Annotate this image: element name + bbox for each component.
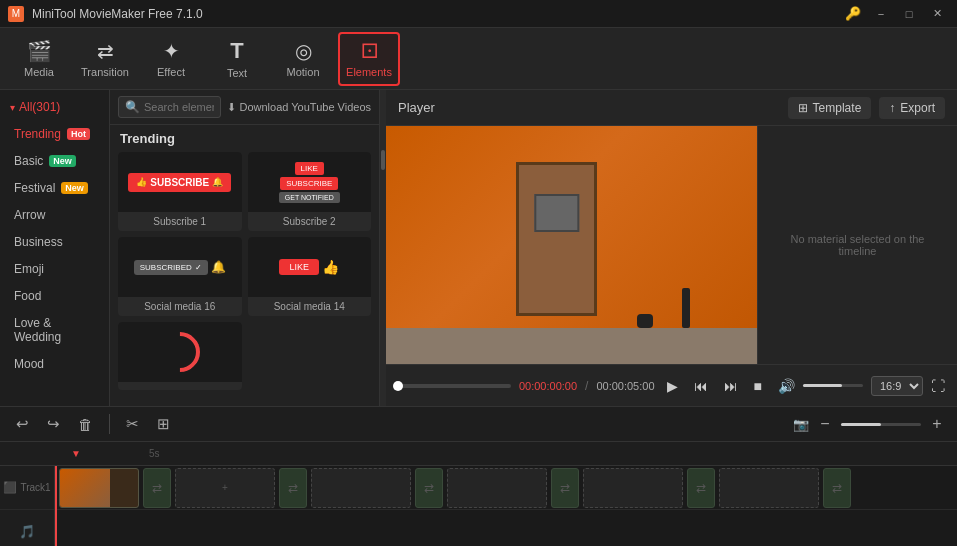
- sidebar-item-arrow[interactable]: Arrow: [4, 202, 105, 228]
- aspect-ratio-select[interactable]: 16:9: [871, 376, 923, 396]
- minimize-button[interactable]: −: [869, 6, 893, 22]
- timeline-marker-0: ▼: [71, 448, 81, 459]
- template-button[interactable]: ⊞ Template: [788, 97, 872, 119]
- toolbar-transition[interactable]: ⇄ Transition: [74, 32, 136, 86]
- timeline-content: ⬛ Track1 🎵 ⇄ + ⇄ ⇄ ⇄ ⇄: [0, 466, 957, 546]
- sidebar-business-label: Business: [14, 235, 63, 249]
- element-card-social14[interactable]: LIKE 👍 Social media 14: [248, 237, 372, 316]
- placeholder-clip-4[interactable]: [583, 468, 683, 508]
- trending-section-title: Trending: [110, 125, 379, 152]
- export-button[interactable]: ↑ Export: [879, 97, 945, 119]
- sidebar-item-trending[interactable]: Trending Hot: [4, 121, 105, 147]
- sidebar-item-love-wedding[interactable]: Love & Wedding: [4, 310, 105, 350]
- window-controls: − □ ✕: [869, 6, 949, 22]
- placeholder-clip-3[interactable]: [447, 468, 547, 508]
- element-card-subscribe2[interactable]: LIKE SUBSCRIBE GET NOTIFIED Subscribe 2: [248, 152, 372, 231]
- thumbs-up-icon: 👍: [136, 177, 147, 187]
- maximize-button[interactable]: □: [897, 6, 921, 22]
- toolbar-motion[interactable]: ◎ Motion: [272, 32, 334, 86]
- zoom-in-button[interactable]: +: [927, 414, 947, 434]
- next-frame-button[interactable]: ⏭: [720, 376, 742, 396]
- main-content: ▾ All(301) Trending Hot Basic New Festiv…: [0, 90, 957, 406]
- track-music-label: 🎵: [0, 510, 54, 546]
- search-input[interactable]: [144, 101, 214, 113]
- elements-grid: 👍 SUBSCRIBE 🔔 Subscribe 1 LIKE SUBSCRIBE…: [110, 152, 379, 398]
- play-button[interactable]: ▶: [663, 376, 682, 396]
- sub2-notify-btn: GET NOTIFIED: [279, 192, 340, 203]
- volume-slider[interactable]: [803, 384, 863, 387]
- toolbar-elements[interactable]: ⚀ Elements: [338, 32, 400, 86]
- text-icon: T: [230, 38, 243, 64]
- sidebar-all-label: All(301): [19, 100, 60, 114]
- transition-clip-2[interactable]: ⇄: [279, 468, 307, 508]
- transition-clip-5[interactable]: ⇄: [687, 468, 715, 508]
- dog-silhouette: [637, 314, 653, 328]
- scroll-thumb[interactable]: [381, 150, 385, 170]
- zoom-slider[interactable]: [841, 423, 921, 426]
- prev-frame-button[interactable]: ⏮: [690, 376, 712, 396]
- subscribe2-preview: LIKE SUBSCRIBE GET NOTIFIED: [248, 152, 372, 212]
- download-youtube-label: Download YouTube Videos: [240, 101, 372, 113]
- effect-icon: ✦: [163, 39, 180, 63]
- progress-bar[interactable]: [398, 384, 511, 388]
- notification-icon: 🔔: [211, 260, 226, 274]
- thumbsup14-icon: 👍: [322, 259, 339, 275]
- transition-clip-6[interactable]: ⇄: [823, 468, 851, 508]
- sub2-like-btn: LIKE: [295, 162, 324, 175]
- subscribe1-preview: 👍 SUBSCRIBE 🔔: [118, 152, 242, 212]
- sidebar-item-mood[interactable]: Mood: [4, 351, 105, 377]
- edit-toolbar: ↩ ↪ 🗑 ✂ ⊞ 📷 − +: [0, 406, 957, 442]
- sidebar-item-food[interactable]: Food: [4, 283, 105, 309]
- tracks-area[interactable]: ⇄ + ⇄ ⇄ ⇄ ⇄ ⇄: [55, 466, 957, 546]
- delete-button[interactable]: 🗑: [72, 414, 99, 435]
- playback-bar: 00:00:00:00 / 00:00:05:00 ▶ ⏮ ⏭ ■ 🔊 16:9…: [386, 364, 957, 406]
- timeline-header: ▼ 5s: [0, 442, 957, 466]
- like14-wrap: LIKE 👍: [279, 259, 339, 275]
- placeholder-clip-5[interactable]: [719, 468, 819, 508]
- sidebar-all-item[interactable]: ▾ All(301): [0, 94, 109, 120]
- sidebar-trending-label: Trending: [14, 127, 61, 141]
- track1-label: ⬛ Track1: [0, 466, 54, 510]
- partial-preview: [118, 322, 242, 382]
- cut-button[interactable]: ✂: [120, 413, 145, 435]
- timeline-marker-5s: 5s: [149, 448, 160, 459]
- element-card-partial[interactable]: [118, 322, 242, 390]
- track1-row: ⇄ + ⇄ ⇄ ⇄ ⇄ ⇄: [55, 466, 957, 510]
- fullscreen-button[interactable]: ⛶: [931, 378, 945, 394]
- element-card-subscribe1[interactable]: 👍 SUBSCRIBE 🔔 Subscribe 1: [118, 152, 242, 231]
- crop-button[interactable]: ⊞: [151, 413, 176, 435]
- music-row: [55, 510, 957, 546]
- sidebar-item-festival[interactable]: Festival New: [4, 175, 105, 201]
- volume-icon[interactable]: 🔊: [774, 376, 799, 396]
- video-clip[interactable]: [59, 468, 139, 508]
- video-clip-thumbnail: [60, 469, 110, 507]
- chevron-down-icon: ▾: [10, 102, 15, 113]
- door-window: [534, 194, 579, 231]
- toolbar-text[interactable]: T Text: [206, 32, 268, 86]
- volume-control: 🔊: [774, 376, 863, 396]
- download-youtube-button[interactable]: ⬇ Download YouTube Videos: [227, 101, 372, 114]
- sidebar-item-emoji[interactable]: Emoji: [4, 256, 105, 282]
- toolbar-media[interactable]: 🎬 Media: [8, 32, 70, 86]
- close-button[interactable]: ✕: [925, 6, 949, 22]
- redo-button[interactable]: ↪: [41, 413, 66, 435]
- transition-clip-1[interactable]: ⇄: [143, 468, 171, 508]
- text-label: Text: [227, 67, 247, 79]
- transition-clip-4[interactable]: ⇄: [551, 468, 579, 508]
- sidebar-item-basic[interactable]: Basic New: [4, 148, 105, 174]
- transition-clip-3[interactable]: ⇄: [415, 468, 443, 508]
- player-title: Player: [398, 100, 780, 115]
- sidebar-item-business[interactable]: Business: [4, 229, 105, 255]
- toolbar-effect[interactable]: ✦ Effect: [140, 32, 202, 86]
- media-label: Media: [24, 66, 54, 78]
- placeholder-clip-1[interactable]: +: [175, 468, 275, 508]
- template-label: Template: [813, 101, 862, 115]
- undo-button[interactable]: ↩: [10, 413, 35, 435]
- search-input-wrap[interactable]: 🔍: [118, 96, 221, 118]
- stop-button[interactable]: ■: [750, 376, 766, 396]
- curved-arrow-icon: [151, 324, 208, 381]
- sidebar-mood-label: Mood: [14, 357, 44, 371]
- zoom-out-button[interactable]: −: [815, 414, 835, 434]
- element-card-social16[interactable]: SUBSCRIBED ✓ 🔔 Social media 16: [118, 237, 242, 316]
- placeholder-clip-2[interactable]: [311, 468, 411, 508]
